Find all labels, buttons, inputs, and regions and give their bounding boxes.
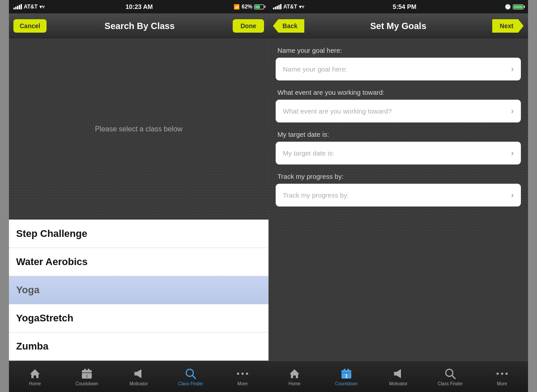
- phone-2: AT&T ▾▿ 5:54 PM 🕐 Back Set My Goals Next…: [268, 0, 528, 392]
- class-item-yogastretch[interactable]: YogaStretch: [9, 304, 268, 333]
- done-button[interactable]: Done: [233, 19, 264, 33]
- tab-classfinder-1[interactable]: Class Finder: [165, 367, 217, 386]
- status-right-2: 🕐: [505, 4, 524, 10]
- status-right-1: 📶 62%: [234, 4, 264, 10]
- signal-bar-3: [17, 6, 18, 9]
- more-icon-1: [236, 367, 249, 380]
- signal-bar-2-3: [277, 6, 278, 9]
- tab-more-2[interactable]: More: [476, 367, 528, 386]
- tab-countdown-label-1: Countdown: [76, 381, 98, 386]
- svg-rect-20: [394, 372, 395, 375]
- tab-motivator-1[interactable]: Motivator: [113, 367, 165, 386]
- goal-name-placeholder: Name your goal here:: [283, 65, 347, 73]
- page-title-2: Set My Goals: [304, 21, 492, 31]
- cancel-button[interactable]: Cancel: [13, 19, 47, 33]
- countdown-icon-1: 1: [80, 367, 94, 380]
- target-date-label: My target date is:: [276, 131, 521, 138]
- tab-motivator-2[interactable]: Motivator: [372, 367, 424, 386]
- content-2: Name your goal here: Name your goal here…: [268, 38, 528, 361]
- event-placeholder: What event are you working toward?: [283, 107, 392, 115]
- tab-home-1[interactable]: Home: [9, 367, 61, 386]
- event-chevron: ›: [511, 106, 514, 116]
- tab-home-label-2: Home: [289, 381, 301, 386]
- class-item-zumba[interactable]: Zumba: [9, 333, 268, 360]
- tab-bar-2: Home 1 Countdown M: [268, 361, 528, 392]
- svg-text:1: 1: [85, 374, 88, 378]
- goals-form: Name your goal here: Name your goal here…: [268, 38, 528, 361]
- bluetooth-icon-1: 📶: [234, 4, 240, 10]
- signal-bars: [13, 4, 22, 9]
- countdown-icon-2: 1: [340, 367, 353, 380]
- svg-point-23: [497, 372, 499, 375]
- event-label: What event are you working toward:: [276, 89, 521, 96]
- battery-percent-1: 62%: [242, 4, 252, 10]
- svg-point-12: [246, 372, 248, 375]
- svg-rect-16: [347, 369, 349, 371]
- megaphone-icon-2: [392, 367, 405, 380]
- track-progress-chevron: ›: [511, 190, 514, 200]
- target-date-field[interactable]: My target date is: ›: [276, 142, 521, 164]
- signal-bar-2-5: [280, 4, 281, 9]
- wifi-icon-1: ▾▿: [39, 4, 45, 10]
- home-icon-2: [288, 367, 301, 380]
- tab-motivator-label-1: Motivator: [129, 381, 148, 386]
- tab-countdown-2[interactable]: 1 Countdown: [320, 367, 372, 386]
- svg-marker-0: [30, 369, 40, 378]
- svg-marker-6: [134, 369, 141, 378]
- select-class-prompt: Please select a class below: [9, 38, 268, 219]
- target-date-chevron: ›: [511, 148, 514, 158]
- carrier-1: AT&T: [24, 4, 38, 10]
- tab-classfinder-2[interactable]: Class Finder: [424, 367, 476, 386]
- class-list: Step Challenge Water Aerobics Yoga YogaS…: [9, 219, 268, 361]
- carrier-2: AT&T: [283, 4, 297, 10]
- tab-countdown-1[interactable]: 1 Countdown: [61, 367, 113, 386]
- tab-countdown-label-2: Countdown: [335, 381, 358, 386]
- svg-rect-4: [82, 372, 92, 373]
- next-button[interactable]: Next: [492, 19, 524, 33]
- target-date-placeholder: My target date is:: [283, 149, 334, 157]
- event-field[interactable]: What event are you working toward? ›: [276, 100, 521, 122]
- status-left-1: AT&T ▾▿: [13, 4, 45, 10]
- track-progress-label: Track my progress by:: [276, 173, 521, 180]
- signal-bar-2-2: [275, 7, 276, 9]
- class-item-step-challenge[interactable]: Step Challenge: [9, 220, 268, 248]
- signal-bar-2-1: [273, 8, 274, 9]
- signal-bar-2-4: [278, 5, 280, 9]
- svg-rect-17: [341, 372, 351, 373]
- svg-point-25: [506, 372, 508, 375]
- back-button[interactable]: Back: [273, 19, 304, 33]
- tab-home-label-1: Home: [29, 381, 41, 386]
- svg-rect-15: [344, 369, 345, 371]
- track-progress-field[interactable]: Track my progress by: ›: [276, 184, 521, 207]
- search-icon-tab-1: [184, 367, 197, 380]
- signal-bar-1: [13, 8, 15, 9]
- status-bar-1: AT&T ▾▿ 10:23 AM 📶 62%: [9, 0, 268, 13]
- nav-bar-1: Cancel Search By Class Done: [9, 13, 268, 38]
- phone-1: AT&T ▾▿ 10:23 AM 📶 62% Cancel Search By …: [9, 0, 268, 392]
- svg-line-22: [452, 375, 455, 379]
- svg-rect-3: [88, 369, 90, 371]
- tab-classfinder-label-1: Class Finder: [178, 381, 203, 386]
- class-item-water-aerobics[interactable]: Water Aerobics: [9, 248, 268, 276]
- battery-fill-1: [255, 5, 260, 8]
- tab-classfinder-label-2: Class Finder: [438, 381, 463, 386]
- battery-icon-1: [254, 4, 264, 9]
- goal-name-field[interactable]: Name your goal here: ›: [276, 58, 521, 80]
- tab-motivator-label-2: Motivator: [389, 381, 407, 386]
- goal-name-label: Name your goal here:: [276, 46, 521, 54]
- class-item-yoga[interactable]: Yoga: [9, 276, 268, 304]
- clock-icon-2: 🕐: [505, 4, 511, 10]
- time-1: 10:23 AM: [126, 3, 153, 10]
- svg-point-10: [237, 372, 239, 375]
- status-bar-2: AT&T ▾▿ 5:54 PM 🕐: [268, 0, 528, 13]
- svg-text:1: 1: [345, 374, 348, 379]
- svg-marker-19: [394, 369, 401, 378]
- signal-bar-2: [15, 7, 17, 9]
- search-icon-tab-2: [443, 367, 457, 380]
- content-1: Please select a class below Step Challen…: [9, 38, 268, 361]
- tab-more-1[interactable]: More: [217, 367, 268, 386]
- tab-home-2[interactable]: Home: [268, 367, 320, 386]
- svg-point-24: [501, 372, 503, 375]
- signal-bars-2: [273, 4, 281, 9]
- home-icon-1: [28, 367, 42, 380]
